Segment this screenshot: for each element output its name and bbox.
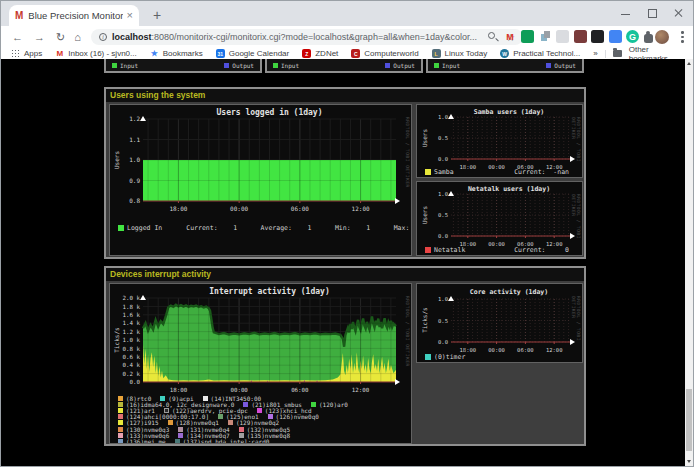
input-legend: Input <box>273 62 299 69</box>
legend-label: (126)nvme0q0 <box>276 413 319 420</box>
graph-legend: NetatalkCurrent: 0 <box>425 246 579 254</box>
legend-color-swatch <box>239 427 244 432</box>
bookmark-apps[interactable]: Apps <box>11 49 42 58</box>
svg-text:0.0: 0.0 <box>130 379 141 385</box>
scroll-up-icon[interactable] <box>685 59 693 68</box>
bookmark-computerworld[interactable]: CComputerworld <box>351 49 418 58</box>
browser-toolbar: ← → ↻ ⌂ i localhost:8080/monitorix-cgi/m… <box>1 26 693 48</box>
scrollbar[interactable] <box>685 59 693 466</box>
bookmark-items: AppsMInbox (16) - sjvn0...★Bookmarks31Go… <box>11 49 593 58</box>
browser-menu-icon[interactable] <box>680 30 684 43</box>
bookmark-bookmarks[interactable]: ★Bookmarks <box>150 49 203 58</box>
bookmarks-overflow-icon[interactable]: » <box>593 49 597 58</box>
puzzle-extensions-icon[interactable] <box>644 34 653 43</box>
gmail-icon[interactable]: M <box>504 30 517 43</box>
scroll-down-icon[interactable] <box>685 457 693 466</box>
bookmark-label: Inbox (16) - sjvn0... <box>68 49 136 58</box>
rrdtool-watermark: RRDTOOL / TOBI OETIKER <box>405 296 410 367</box>
legend-color-swatch <box>118 427 123 432</box>
scrollbar-thumb[interactable] <box>686 389 692 451</box>
bookmark-inbox-icon: M <box>55 49 64 58</box>
legend-color-swatch <box>118 439 123 444</box>
legend-stats: Current: 0 <box>514 246 579 254</box>
light-square-icon[interactable] <box>556 30 569 43</box>
bookmark-linux-today[interactable]: LLinux Today <box>432 49 488 58</box>
back-icon[interactable]: ← <box>12 32 23 43</box>
bookmark-google-calendar[interactable]: 31Google Calendar <box>216 49 289 58</box>
bookmark-label: Google Calendar <box>229 49 289 58</box>
extension-icons: MG <box>486 30 667 43</box>
svg-text:1.4 k: 1.4 k <box>123 320 141 326</box>
forward-icon[interactable]: → <box>34 32 45 43</box>
url-host: localhost <box>112 32 152 42</box>
rrdtool-watermark: RRDTOOL / TOBI OETIKER <box>571 117 581 177</box>
svg-text:1.2 k: 1.2 k <box>123 329 141 335</box>
svg-text:18:00: 18:00 <box>169 205 187 212</box>
svg-text:0.5: 0.5 <box>438 135 448 141</box>
svg-text:06:00: 06:00 <box>291 205 309 212</box>
rrdtool-watermark: RRDTOOL / TOBI OETIKER <box>571 296 581 362</box>
close-icon[interactable] <box>673 8 683 18</box>
minimize-icon[interactable] <box>621 8 631 18</box>
address-bar[interactable]: i localhost:8080/monitorix-cgi/monitorix… <box>91 29 523 45</box>
sprout-icon[interactable] <box>521 30 534 43</box>
core-activity-chart: 1.00.50.018:0000:0006:0012:00 <box>417 284 582 362</box>
dark-app-icon[interactable] <box>591 30 604 43</box>
home-icon[interactable]: ⌂ <box>74 32 81 43</box>
blue-app-icon[interactable] <box>609 30 622 43</box>
svg-text:00:00: 00:00 <box>230 205 248 212</box>
interrupt-legend: (8)rtc0(9)acpi(14)INT3450:00(16)idma64.0… <box>118 395 409 444</box>
svg-text:12:00: 12:00 <box>546 347 563 353</box>
legend-color-swatch <box>118 402 123 407</box>
bookmark-inbox[interactable]: MInbox (16) - sjvn0... <box>55 49 136 58</box>
bookmark-zdnet[interactable]: ZZDNet <box>302 49 338 58</box>
svg-text:00:00: 00:00 <box>230 387 248 393</box>
svg-text:12:00: 12:00 <box>352 387 370 393</box>
input-legend: Input <box>434 62 460 69</box>
partial-graph-box: InputOutput <box>265 59 423 73</box>
interrupt-activity-graph-panel: Interrupt activity (1day) Ticks/s 2.0 k1… <box>109 283 412 444</box>
profile-avatar[interactable] <box>655 30 669 44</box>
core-activity-graph-panel: Core activity (1day) Ticks/s 1.00.50.018… <box>416 283 583 363</box>
url-path: :8080/monitorix-cgi/monitorix.cgi?mode=l… <box>152 32 477 42</box>
svg-text:18:00: 18:00 <box>460 347 477 353</box>
chart-svg: 1.21.11.00.90.818:0000:0006:0012:00 <box>110 105 411 255</box>
reload-icon[interactable]: ↻ <box>56 32 65 43</box>
bookmark-practical-technology[interactable]: WPractical Technol... <box>500 49 580 58</box>
section-title-users: Users using the system <box>106 89 584 102</box>
legend-color-swatch <box>273 63 278 68</box>
samba-users-graph-panel: Samba users (1day) Users 1.00.50.018:000… <box>416 104 583 178</box>
maroon-square-icon[interactable] <box>574 30 587 43</box>
url-text[interactable]: localhost:8080/monitorix-cgi/monitorix.c… <box>112 32 477 42</box>
output-legend: Output <box>385 62 415 69</box>
legend-stats: Current: 1 Average: 1 Min: 1 Max: 1 <box>186 224 412 232</box>
svg-text:1.0 k: 1.0 k <box>123 337 141 343</box>
monitorix-favicon-icon: M <box>15 11 23 21</box>
legend-label: Output <box>393 62 415 69</box>
svg-text:1.0: 1.0 <box>438 114 448 120</box>
new-tab-button[interactable]: + <box>147 6 167 24</box>
maximize-icon[interactable] <box>647 8 657 18</box>
legend-label: (0)timer <box>434 353 465 361</box>
legend-color-swatch <box>425 354 431 360</box>
legend-label: Output <box>554 62 576 69</box>
browser-window: M Blue Precision Monitorix × + ← → ↻ ⌂ i… <box>0 0 694 467</box>
window-controls <box>621 8 683 18</box>
legend-label: Netatalk <box>434 246 465 254</box>
page-content: InputOutputInputOutputInputOutput Users … <box>1 59 693 466</box>
svg-text:0.0: 0.0 <box>438 233 448 239</box>
copy-pages-icon[interactable] <box>539 30 552 43</box>
output-legend: Output <box>224 62 254 69</box>
rrdtool-watermark: RRDTOOL / TOBI OETIKER <box>571 194 581 255</box>
svg-text:0.4 k: 0.4 k <box>123 362 141 368</box>
other-bookmarks-folder-icon <box>613 50 622 57</box>
legend-color-swatch <box>434 63 439 68</box>
grammarly-icon[interactable]: G <box>626 30 639 43</box>
legend-color-swatch <box>118 408 123 413</box>
partial-graph-box: InputOutput <box>104 59 262 73</box>
browser-tab[interactable]: M Blue Precision Monitorix × <box>9 5 139 26</box>
search-extension-icon[interactable] <box>486 30 499 43</box>
page-info-icon[interactable]: i <box>99 33 107 41</box>
tab-close-icon[interactable]: × <box>127 10 133 21</box>
tab-title: Blue Precision Monitorix <box>28 10 122 21</box>
